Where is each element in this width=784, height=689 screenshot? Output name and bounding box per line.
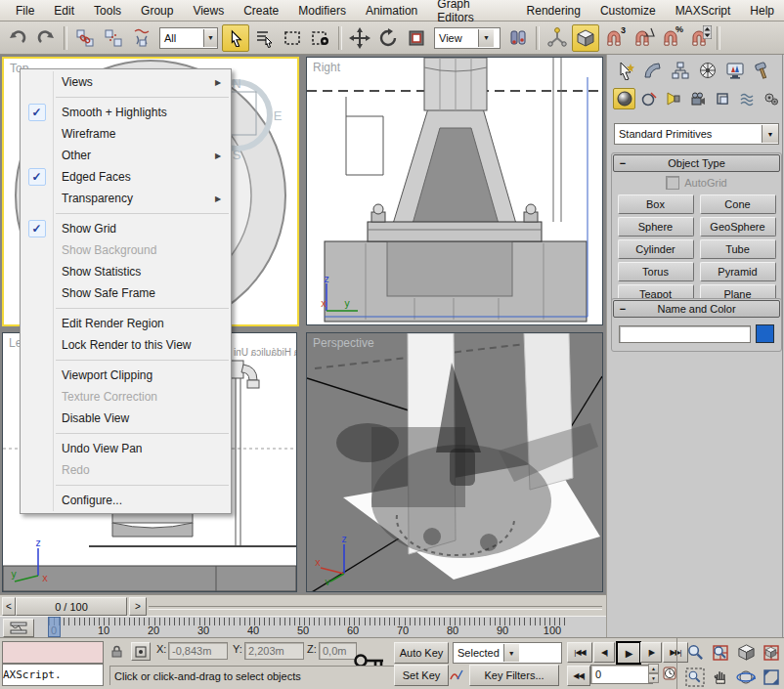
menu-item-show-statistics[interactable]: Show Statistics [21,261,231,282]
menu-item-disable-view[interactable]: Disable View [21,408,231,429]
primitive-category-dropdown[interactable]: Standard Primitives ▼ [614,123,779,145]
play-button[interactable]: ▶ [616,641,641,665]
track-bar[interactable]: 0 10 20 30 40 50 60 70 80 90 100 [0,616,606,638]
select-object-button[interactable] [222,24,249,52]
z-coordinate-field[interactable]: 0,0m [319,642,357,660]
key-mode-toggle-button[interactable]: ◀◀| [567,666,590,686]
menu-item-transparency[interactable]: Transparency▶ [21,188,231,209]
region-zoom-button[interactable] [683,666,707,688]
menu-item-show-safe-frame[interactable]: Show Safe Frame [21,282,231,304]
menu-edit[interactable]: Edit [44,1,84,21]
menu-customize[interactable]: Customize [590,1,666,21]
object-name-input[interactable] [619,325,751,343]
menu-item-lock-render[interactable]: Lock Render to this View [21,334,231,356]
sphere-button[interactable]: Sphere [618,217,694,237]
time-slider-left-button[interactable]: < [2,597,16,616]
tab-display[interactable] [722,59,747,82]
rectangular-selection-region-button[interactable] [279,24,306,52]
cone-button[interactable]: Cone [700,194,776,214]
track-bar-frame-handle[interactable] [48,617,61,637]
object-type-rollout-header[interactable]: − Object Type [613,154,780,172]
zoom-extents-all-button[interactable] [760,641,783,664]
menu-item-views[interactable]: Views▶ [21,71,231,93]
menu-group[interactable]: Group [131,1,183,21]
menu-item-viewport-clipping[interactable]: Viewport Clipping [21,365,231,386]
spinner-up-icon[interactable]: ▲ [648,664,659,673]
snaps-toggle-3d-button[interactable]: 3 [600,24,628,52]
spinner-down-icon[interactable]: ▼ [648,673,659,683]
menu-rendering[interactable]: Rendering [517,1,590,21]
menu-maxscript[interactable]: MAXScript [666,1,741,21]
maxscript-macro-recorder[interactable] [2,641,104,664]
menu-views[interactable]: Views [183,1,234,21]
select-and-manipulate-button[interactable] [544,24,571,52]
zoom-all-button[interactable] [709,641,732,664]
select-and-move-button[interactable] [346,24,373,52]
time-slider-groove[interactable] [149,606,602,610]
previous-frame-button[interactable]: ◀| [593,642,615,663]
new-key-default-in-out-button[interactable] [450,667,466,682]
spinner-snap-toggle-button[interactable] [685,24,713,52]
tab-motion[interactable] [695,59,719,82]
unlink-selection-button[interactable] [100,24,127,52]
category-lights-button[interactable] [662,88,684,109]
reference-coordinate-dropdown[interactable]: View ▼ [434,27,501,49]
tab-hierarchy[interactable] [668,59,692,82]
tab-modify[interactable] [640,59,665,82]
go-to-start-button[interactable]: |◀◀ [567,642,592,663]
viewport-perspective-label[interactable]: Perspective [313,336,374,350]
menu-item-other[interactable]: Other▶ [21,145,231,166]
menu-item-show-grid[interactable]: ✓Show Grid [21,218,231,239]
geosphere-button[interactable]: GeoSphere [700,217,776,237]
menu-help[interactable]: Help [740,1,784,21]
menu-item-edged-faces[interactable]: ✓Edged Faces [21,166,231,188]
menu-tools[interactable]: Tools [84,1,131,21]
category-cameras-button[interactable] [686,88,709,109]
menu-item-smooth-highlights[interactable]: ✓Smooth + Highlights [21,102,231,123]
pan-button[interactable] [709,666,732,688]
redo-button[interactable] [32,24,60,52]
menu-file[interactable]: File [6,1,44,21]
set-key-button[interactable]: Set Key [394,665,449,686]
select-and-rotate-button[interactable] [374,24,402,52]
category-systems-button[interactable] [760,88,782,109]
time-slider-right-button[interactable]: > [129,597,147,616]
name-color-rollout-header[interactable]: − Name and Color [613,300,780,318]
pyramid-button[interactable]: Pyramid [700,262,776,281]
menu-create[interactable]: Create [234,1,288,21]
next-frame-button[interactable]: |▶ [640,642,662,663]
window-crossing-toggle-button[interactable] [307,24,334,52]
maximize-viewport-toggle-button[interactable] [760,666,783,688]
angle-snap-toggle-button[interactable] [629,24,656,52]
time-slider[interactable]: 0 / 100 [16,597,127,616]
category-space-warps-button[interactable] [735,88,758,109]
select-and-scale-button[interactable] [403,24,430,52]
menu-item-undo-view-pan[interactable]: Undo View Pan [21,438,231,459]
open-mini-curve-editor-button[interactable] [3,619,34,637]
menu-item-edit-render-region[interactable]: Edit Render Region [21,313,231,334]
select-and-link-button[interactable] [71,24,99,52]
category-helpers-button[interactable] [711,88,733,109]
box-button[interactable]: Box [618,194,694,214]
menu-item-configure[interactable]: Configure... [21,490,231,511]
frame-spinner[interactable]: ▲ ▼ [648,664,659,683]
menu-animation[interactable]: Animation [356,1,427,21]
viewport-perspective[interactable]: Perspective z x y [306,332,603,592]
zoom-extents-button[interactable] [734,641,758,664]
cylinder-button[interactable]: Cylinder [618,239,694,259]
object-color-swatch[interactable] [756,324,774,343]
snaps-toggle-button[interactable] [572,24,599,52]
x-coordinate-field[interactable]: -0,843m [168,642,228,660]
menu-item-wireframe[interactable]: Wireframe [21,123,231,145]
viewport-right-label[interactable]: Right [313,61,340,74]
undo-button[interactable] [4,24,31,52]
tab-create[interactable] [613,59,637,82]
absolute-mode-transform-toggle[interactable] [131,642,151,661]
orbit-button[interactable] [734,666,758,688]
viewport-right[interactable]: Right z x y [306,57,603,325]
percent-snap-toggle-button[interactable]: % [657,24,684,52]
use-pivot-point-center-button[interactable] [504,24,532,52]
auto-key-button[interactable]: Auto Key [394,642,449,664]
y-coordinate-field[interactable]: 2,203m [244,642,304,660]
menu-modifiers[interactable]: Modifiers [288,1,356,21]
